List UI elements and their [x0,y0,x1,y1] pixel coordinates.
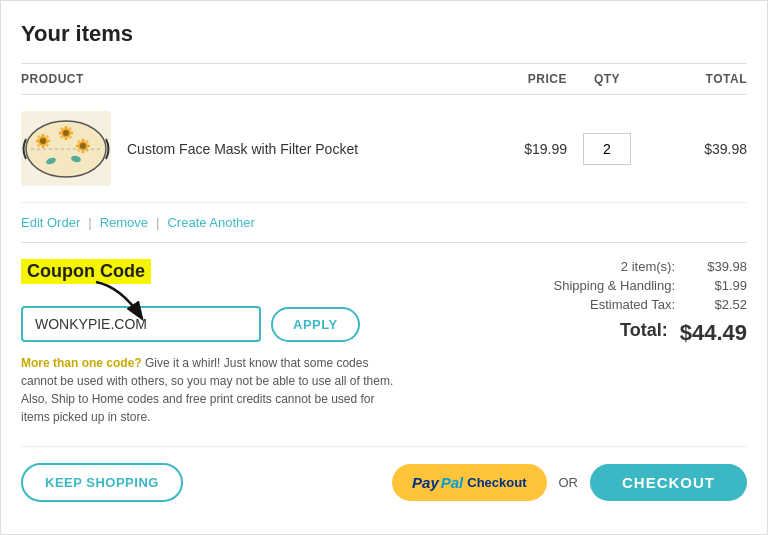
product-price: $19.99 [467,141,567,157]
paypal-checkout-label: Checkout [467,475,526,490]
total-value: $44.49 [680,320,747,346]
svg-line-18 [61,128,62,129]
shipping-label: Shipping & Handling: [525,278,675,293]
coupon-note: More than one code? Give it a whirl! Jus… [21,354,401,426]
separator-2: | [156,215,159,230]
edit-order-link[interactable]: Edit Order [21,215,80,230]
svg-line-21 [70,137,71,138]
page-title: Your items [21,21,747,47]
product-image [21,111,111,186]
svg-point-13 [63,130,69,136]
tax-label: Estimated Tax: [525,297,675,312]
header-price: PRICE [467,72,567,86]
cart-page: Your items PRODUCT PRICE QTY TOTAL [0,0,768,535]
remove-link[interactable]: Remove [100,215,148,230]
svg-line-11 [47,145,48,146]
svg-line-31 [87,150,88,151]
footer-actions: KEEP SHOPPING PayPal Checkout OR CHECKOU… [21,446,747,502]
product-qty [567,133,647,165]
coupon-input-row: APPLY [21,306,467,342]
header-qty: QTY [567,72,647,86]
paypal-p-icon: Pay [412,474,439,491]
checkout-button[interactable]: CHECKOUT [590,464,747,501]
paypal-logo: PayPal [412,474,463,491]
coupon-section: Coupon Code APPLY More than one code? Gi… [21,259,747,426]
tax-value: $2.52 [687,297,747,312]
separator-1: | [88,215,91,230]
svg-line-10 [38,145,39,146]
total-row: Total: $44.49 [487,320,747,346]
svg-line-8 [38,136,39,137]
svg-line-28 [78,141,79,142]
svg-point-3 [40,138,46,144]
header-product: PRODUCT [21,72,467,86]
apply-button[interactable]: APPLY [271,307,360,342]
svg-line-20 [61,137,62,138]
coupon-note-highlight: More than one code? [21,356,142,370]
items-label: 2 item(s): [525,259,675,274]
summary-tax-row: Estimated Tax: $2.52 [487,297,747,312]
qty-input[interactable] [583,133,631,165]
svg-line-30 [78,150,79,151]
coupon-label: Coupon Code [21,259,151,284]
shipping-value: $1.99 [687,278,747,293]
total-label: Total: [620,320,668,346]
items-value: $39.98 [687,259,747,274]
order-summary: 2 item(s): $39.98 Shipping & Handling: $… [487,259,747,426]
create-another-link[interactable]: Create Another [167,215,254,230]
svg-line-19 [70,128,71,129]
order-actions: Edit Order | Remove | Create Another [21,203,747,243]
product-total: $39.98 [647,141,747,157]
summary-shipping-row: Shipping & Handling: $1.99 [487,278,747,293]
summary-items-row: 2 item(s): $39.98 [487,259,747,274]
product-row: Custom Face Mask with Filter Pocket $19.… [21,95,747,203]
product-name: Custom Face Mask with Filter Pocket [127,141,467,157]
svg-line-9 [47,136,48,137]
header-total: TOTAL [647,72,747,86]
table-header: PRODUCT PRICE QTY TOTAL [21,63,747,95]
paypal-pal-icon: Pal [441,474,464,491]
keep-shopping-button[interactable]: KEEP SHOPPING [21,463,183,502]
coupon-input[interactable] [21,306,261,342]
paypal-checkout-button[interactable]: PayPal Checkout [392,464,546,501]
coupon-left: Coupon Code APPLY More than one code? Gi… [21,259,467,426]
svg-line-29 [87,141,88,142]
svg-point-23 [80,143,86,149]
or-text: OR [559,475,579,490]
